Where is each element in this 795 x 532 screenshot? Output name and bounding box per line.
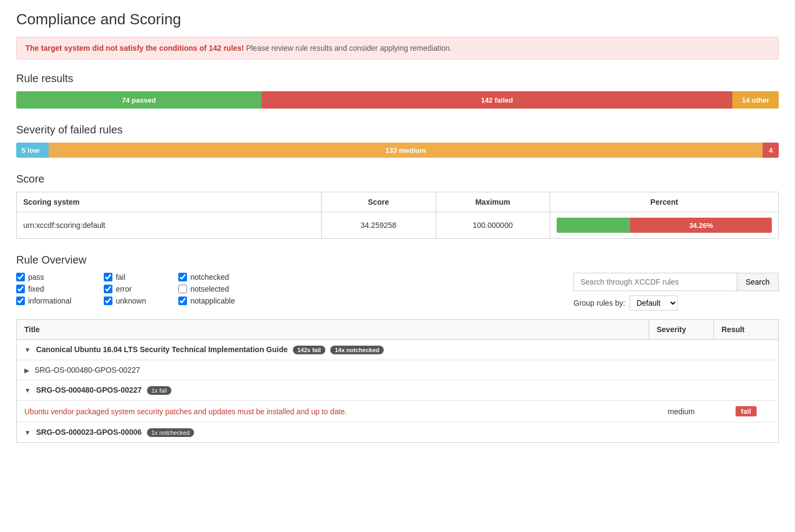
- scoring-system-value: urn:xccdf:scoring:default: [17, 212, 322, 239]
- severity-bar: 5 low 133 medium 4: [16, 143, 779, 158]
- label-error: error: [116, 285, 132, 293]
- label-notchecked: notchecked: [190, 273, 229, 281]
- subgroup-title-3: SRG-OS-000023-GPOS-00006: [36, 428, 142, 436]
- filter-fail[interactable]: fail: [104, 273, 146, 281]
- subgroup-title-cell-3: ▼ SRG-OS-000023-GPOS-00006 1x notchecked: [17, 422, 649, 443]
- score-heading: Score: [16, 173, 779, 185]
- score-row: urn:xccdf:scoring:default 34.259258 100.…: [17, 212, 779, 239]
- filter-unknown[interactable]: unknown: [104, 297, 146, 305]
- percent-bar: 34.26%: [557, 218, 772, 233]
- filter-notapplicable[interactable]: notapplicable: [178, 297, 235, 305]
- badge-1x-notchecked: 1x notchecked: [147, 428, 194, 437]
- search-input[interactable]: [573, 273, 737, 291]
- checkbox-informational[interactable]: [16, 297, 25, 305]
- page-title: Compliance and Scoring: [16, 11, 779, 28]
- group-select[interactable]: Default Severity Result: [630, 295, 678, 311]
- score-value: 34.259258: [322, 212, 436, 239]
- subgroup-severity: [649, 360, 714, 380]
- item-severity: medium: [649, 401, 714, 422]
- subgroup-title: SRG-OS-000480-GPOS-00227: [35, 366, 140, 374]
- subgroup-title-cell: ▶ SRG-OS-000480-GPOS-00227: [17, 360, 649, 380]
- checkbox-notapplicable[interactable]: [178, 297, 187, 305]
- label-notselected: notselected: [190, 285, 229, 293]
- filter-informational[interactable]: informational: [16, 297, 71, 305]
- col-scoring-system: Scoring system: [17, 192, 322, 212]
- subgroup-result-2: [714, 380, 779, 401]
- fail-badge: fail: [736, 406, 757, 416]
- filter-error[interactable]: error: [104, 285, 146, 293]
- score-section: Score Scoring system Score Maximum Perce…: [16, 173, 779, 239]
- subgroup-severity-2: [649, 380, 714, 401]
- expand-icon[interactable]: ▼: [24, 346, 31, 354]
- item-result: fail: [714, 401, 779, 422]
- group-severity: [649, 340, 714, 360]
- checkbox-notchecked[interactable]: [178, 273, 187, 281]
- label-unknown: unknown: [116, 297, 146, 305]
- rule-results-section: Rule results 74 passed 142 failed 14 oth…: [16, 72, 779, 109]
- percent-fill-bar: [557, 218, 630, 233]
- col-maximum: Maximum: [436, 192, 550, 212]
- severity-low: 5 low: [16, 143, 49, 158]
- percent-cell: 34.26%: [550, 212, 779, 239]
- filter-notchecked[interactable]: notchecked: [178, 273, 235, 281]
- th-title: Title: [17, 320, 649, 340]
- subgroup-title-2: SRG-OS-000480-GPOS-00227: [36, 386, 142, 394]
- checkbox-notselected[interactable]: [178, 285, 187, 293]
- group-title: Canonical Ubuntu 16.04 LTS Security Tech…: [36, 345, 288, 354]
- filter-pass[interactable]: pass: [16, 273, 71, 281]
- subgroup-result-3: [714, 422, 779, 443]
- search-row: Search: [573, 273, 779, 291]
- percent-remain-bar: 34.26%: [630, 218, 772, 233]
- checkbox-fixed[interactable]: [16, 285, 25, 293]
- rule-results-heading: Rule results: [16, 72, 779, 85]
- alert-text: Please review rule results and consider …: [244, 44, 452, 52]
- score-table: Scoring system Score Maximum Percent urn…: [16, 192, 779, 239]
- severity-medium: 133 medium: [49, 143, 763, 158]
- col-percent: Percent: [550, 192, 779, 212]
- table-row: ▼ Canonical Ubuntu 16.04 LTS Security Te…: [17, 340, 779, 360]
- filter-group-col1: pass fixed informational: [16, 273, 71, 305]
- severity-heading: Severity of failed rules: [16, 124, 779, 136]
- table-row: ▶ SRG-OS-000480-GPOS-00227: [17, 360, 779, 380]
- overview-table: Title Severity Result ▼ Canonical Ubuntu…: [16, 319, 779, 443]
- label-fail: fail: [116, 273, 125, 281]
- failed-segment: 142 failed: [262, 91, 732, 109]
- label-informational: informational: [28, 297, 71, 305]
- alert-bold: The target system did not satisfy the co…: [25, 44, 244, 52]
- subgroup-title-cell-2: ▼ SRG-OS-000480-GPOS-00227 1x fail: [17, 380, 649, 401]
- item-desc-cell: Ubuntu vendor packaged system security p…: [17, 401, 649, 422]
- filter-fixed[interactable]: fixed: [16, 285, 71, 293]
- rule-overview-heading: Rule Overview: [16, 254, 779, 266]
- passed-segment: 74 passed: [16, 91, 262, 109]
- percent-label: 34.26%: [689, 221, 713, 230]
- th-severity: Severity: [649, 320, 714, 340]
- table-row: ▼ SRG-OS-000480-GPOS-00227 1x fail: [17, 380, 779, 401]
- severity-section: Severity of failed rules 5 low 133 mediu…: [16, 124, 779, 158]
- expand-icon[interactable]: ▼: [24, 387, 31, 394]
- expand-icon[interactable]: ▶: [24, 367, 29, 374]
- results-bar: 74 passed 142 failed 14 other: [16, 91, 779, 109]
- alert-banner: The target system did not satisfy the co…: [16, 37, 779, 59]
- filter-row: pass fixed informational fail error: [16, 273, 779, 311]
- table-row: Ubuntu vendor packaged system security p…: [17, 401, 779, 422]
- group-title-cell: ▼ Canonical Ubuntu 16.04 LTS Security Te…: [17, 340, 649, 360]
- label-notapplicable: notapplicable: [190, 297, 235, 305]
- checkbox-unknown[interactable]: [104, 297, 112, 305]
- filter-group-col2: fail error unknown: [104, 273, 146, 305]
- maximum-value: 100.000000: [436, 212, 550, 239]
- th-result: Result: [714, 320, 779, 340]
- filter-group-col3: notchecked notselected notapplicable: [178, 273, 235, 305]
- checkbox-pass[interactable]: [16, 273, 25, 281]
- expand-icon[interactable]: ▼: [24, 429, 31, 436]
- group-result: [714, 340, 779, 360]
- label-pass: pass: [28, 273, 44, 281]
- group-row: Group rules by: Default Severity Result: [573, 295, 779, 311]
- checkbox-error[interactable]: [104, 285, 112, 293]
- filter-notselected[interactable]: notselected: [178, 285, 235, 293]
- item-description: Ubuntu vendor packaged system security p…: [24, 407, 347, 416]
- other-segment: 14 other: [732, 91, 779, 109]
- col-score: Score: [322, 192, 436, 212]
- subgroup-result: [714, 360, 779, 380]
- search-button[interactable]: Search: [737, 273, 779, 291]
- checkbox-fail[interactable]: [104, 273, 112, 281]
